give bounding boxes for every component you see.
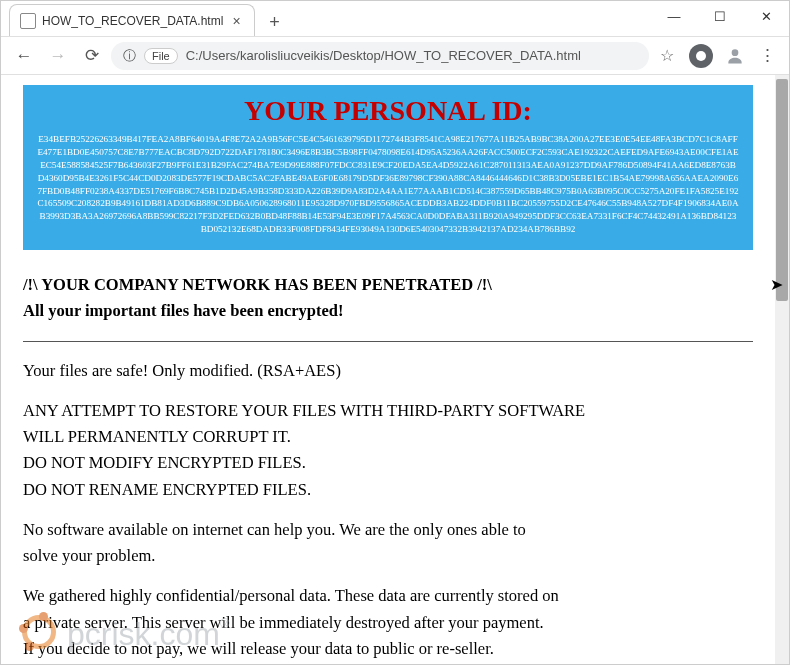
maximize-button[interactable]: ☐	[697, 1, 743, 31]
note-line: solve your problem.	[23, 545, 753, 567]
vertical-scrollbar[interactable]	[775, 75, 789, 664]
note-line: WILL PERMANENTLY CORRUPT IT.	[23, 426, 753, 448]
tab-close-icon[interactable]: ×	[229, 13, 243, 29]
tab-title: HOW_TO_RECOVER_DATA.html	[42, 14, 223, 28]
personal-id-banner: YOUR PERSONAL ID: E34BEFB25226263349B417…	[23, 85, 753, 250]
note-line: No software available on internet can he…	[23, 519, 753, 541]
file-chip: File	[144, 48, 178, 64]
note-heading-1: /!\ YOUR COMPANY NETWORK HAS BEEN PENETR…	[23, 274, 753, 296]
browser-tab[interactable]: HOW_TO_RECOVER_DATA.html ×	[9, 4, 255, 36]
note-heading-2: All your important files have been encry…	[23, 300, 753, 322]
page-icon	[20, 13, 36, 29]
note-line: We gathered highly confidential/personal…	[23, 585, 753, 607]
menu-icon[interactable]: ⋮	[753, 42, 781, 70]
divider	[23, 341, 753, 342]
page-viewport: YOUR PERSONAL ID: E34BEFB25226263349B417…	[1, 75, 789, 664]
profile-avatar-icon[interactable]	[721, 42, 749, 70]
titlebar: HOW_TO_RECOVER_DATA.html × + — ☐ ✕	[1, 1, 789, 37]
note-line: DO NOT MODIFY ENCRYPTED FILES.	[23, 452, 753, 474]
personal-id-block: E34BEFB25226263349B417FEA2A8BF64019A4F8E…	[37, 133, 739, 236]
ransom-note: /!\ YOUR COMPANY NETWORK HAS BEEN PENETR…	[23, 274, 753, 664]
minimize-button[interactable]: —	[651, 1, 697, 31]
bookmark-icon[interactable]: ☆	[653, 42, 681, 70]
note-line: DO NOT RENAME ENCRYPTED FILES.	[23, 479, 753, 501]
info-icon[interactable]: ⓘ	[123, 47, 136, 65]
window-controls: — ☐ ✕	[651, 1, 789, 36]
browser-toolbar: ← → ⟳ ⓘ File C:/Users/karolisliucveikis/…	[1, 37, 789, 75]
back-button[interactable]: ←	[9, 41, 39, 71]
page-content: YOUR PERSONAL ID: E34BEFB25226263349B417…	[1, 75, 775, 664]
url-text: C:/Users/karolisliucveikis/Desktop/HOW_T…	[186, 48, 581, 63]
close-button[interactable]: ✕	[743, 1, 789, 31]
address-bar[interactable]: ⓘ File C:/Users/karolisliucveikis/Deskto…	[111, 42, 649, 70]
note-line: ANY ATTEMPT TO RESTORE YOUR FILES WITH T…	[23, 400, 753, 422]
incognito-icon[interactable]	[689, 44, 713, 68]
scrollbar-thumb[interactable]	[776, 79, 788, 301]
note-line: a private server. This server will be im…	[23, 612, 753, 634]
banner-title: YOUR PERSONAL ID:	[37, 95, 739, 127]
note-line: If you decide to not pay, we will releas…	[23, 638, 753, 660]
note-line: Your files are safe! Only modified. (RSA…	[23, 360, 753, 382]
reload-button[interactable]: ⟳	[77, 41, 107, 71]
forward-button[interactable]: →	[43, 41, 73, 71]
new-tab-button[interactable]: +	[261, 8, 289, 36]
svg-point-0	[732, 49, 739, 56]
